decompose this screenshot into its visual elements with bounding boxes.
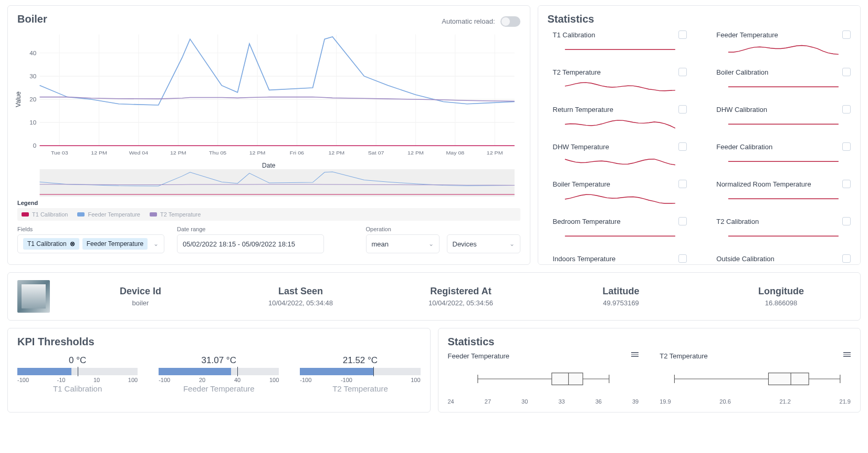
operation-select[interactable]: mean ⌄ <box>366 234 440 253</box>
statistics-panel: Statistics T1 Calibration Feeder Tempera… <box>538 5 861 265</box>
stat-sparkline-item: Feeder Temperature <box>716 30 851 57</box>
kpi-thresholds-panel: KPI Thresholds 0 °C -100-1010100 T1 Cali… <box>7 328 431 413</box>
svg-text:30: 30 <box>29 73 36 79</box>
stat-sparkline-item: T2 Temperature <box>553 68 687 95</box>
svg-text:12 PM: 12 PM <box>407 150 424 156</box>
daterange-input[interactable]: 05/02/2022 18:15 - 05/09/2022 18:15 <box>177 234 324 253</box>
longitude-value: 16.866098 <box>712 299 851 307</box>
chevron-down-icon: ⌄ <box>428 240 434 248</box>
stat-sparkline-item: T1 Calibration <box>553 30 687 57</box>
stat-item-checkbox[interactable] <box>678 180 687 188</box>
statistics-boxplot-panel: Statistics Feeder Temperature 2427303336… <box>438 328 861 413</box>
kpi-value: 21.52 °C <box>300 355 420 366</box>
legend-item[interactable]: T2 Temperature <box>150 211 201 218</box>
registered-value: 10/04/2022, 05:34:56 <box>391 299 530 307</box>
stat-item-label: Normalized Room Temperature <box>716 180 811 188</box>
legend-swatch <box>22 212 29 217</box>
svg-text:Sat 07: Sat 07 <box>368 150 384 156</box>
field-chip[interactable]: Feeder Temperature <box>82 238 148 250</box>
stat-item-checkbox[interactable] <box>842 30 851 39</box>
stat-item-checkbox[interactable] <box>842 180 851 188</box>
stat-item-checkbox[interactable] <box>678 142 687 151</box>
longitude-label: Longitude <box>712 286 851 297</box>
legend-item[interactable]: Feeder Temperature <box>77 211 140 218</box>
sparkline <box>716 42 851 57</box>
legend: T1 CalibrationFeeder TemperatureT2 Tempe… <box>17 208 520 221</box>
kpi-bar <box>17 368 138 375</box>
svg-rect-43 <box>769 373 809 385</box>
stats2-title: Statistics <box>448 336 851 348</box>
stat-sparkline-item: DHW Temperature <box>553 142 687 169</box>
legend-item[interactable]: T1 Calibration <box>22 211 68 218</box>
statistics-title: Statistics <box>548 13 851 25</box>
sparkline <box>716 154 851 169</box>
stat-item-label: Boiler Temperature <box>553 180 611 188</box>
stat-item-label: Outside Calibration <box>716 255 775 263</box>
stat-item-checkbox[interactable] <box>842 254 851 263</box>
kpi-bar <box>159 368 279 375</box>
legend-label: Legend <box>17 200 520 206</box>
devices-select[interactable]: Devices ⌄ <box>447 234 520 253</box>
stat-item-checkbox[interactable] <box>678 105 687 114</box>
svg-text:0: 0 <box>33 143 37 149</box>
device-info-strip: Device Idboiler Last Seen10/04/2022, 05:… <box>7 272 861 321</box>
legend-swatch <box>150 212 157 217</box>
kpi-value: 31.07 °C <box>159 355 279 366</box>
svg-text:20: 20 <box>29 96 36 102</box>
last-seen-value: 10/04/2022, 05:34:48 <box>231 299 370 307</box>
fields-select[interactable]: T1 Calibration ⊗Feeder Temperature⌄ <box>17 234 164 253</box>
stat-item-label: T2 Calibration <box>716 218 759 225</box>
svg-text:10: 10 <box>29 119 36 125</box>
sparkline <box>553 154 687 169</box>
stat-item-checkbox[interactable] <box>842 105 851 114</box>
sparkline <box>716 79 851 95</box>
boiler-chart[interactable]: Value 010203040Tue 0312 PMWed 0412 PMThu… <box>17 29 520 169</box>
stat-item-checkbox[interactable] <box>678 68 687 76</box>
stat-item-checkbox[interactable] <box>678 30 687 39</box>
auto-reload-toggle[interactable] <box>500 16 520 27</box>
chevron-down-icon: ⌄ <box>509 240 515 248</box>
kpi-value: 0 °C <box>17 355 138 366</box>
svg-text:12 PM: 12 PM <box>170 150 186 156</box>
stat-sparkline-item: Feeder Calibration <box>716 142 851 169</box>
latitude-value: 49.9753169 <box>551 299 691 307</box>
stat-item-label: T2 Temperature <box>553 68 601 76</box>
device-id-value: boiler <box>71 299 210 307</box>
device-id-label: Device Id <box>71 286 210 297</box>
boiler-title: Boiler <box>17 13 47 25</box>
kpi-item: 21.52 °C -100-100100 T2 Temperature <box>300 355 420 393</box>
stat-item-label: Return Temperature <box>553 106 613 114</box>
svg-text:May 08: May 08 <box>446 150 464 156</box>
sparkline <box>553 191 687 207</box>
range-brush[interactable] <box>17 169 520 197</box>
boxplot-label: T2 Temperature <box>660 352 708 360</box>
kpi-item: 0 °C -100-1010100 T1 Calibration <box>17 355 138 393</box>
stat-item-label: Indoors Temperature <box>553 255 616 263</box>
x-axis-label: Date <box>17 162 520 169</box>
menu-icon[interactable] <box>843 352 851 360</box>
stat-item-checkbox[interactable] <box>678 254 687 263</box>
stat-item-checkbox[interactable] <box>842 217 851 225</box>
stat-item-checkbox[interactable] <box>842 142 851 151</box>
sparkline <box>553 117 687 132</box>
stat-sparkline-item: Outside Calibration <box>716 254 851 265</box>
svg-text:Wed 04: Wed 04 <box>129 150 149 156</box>
operation-label: Operation <box>366 226 440 232</box>
kpi-name: Feeder Temperature <box>159 384 279 393</box>
field-chip[interactable]: T1 Calibration ⊗ <box>23 238 79 250</box>
stat-item-checkbox[interactable] <box>842 68 851 76</box>
svg-rect-38 <box>551 373 582 385</box>
stat-item-label: Boiler Calibration <box>716 68 768 76</box>
sparkline <box>716 117 851 132</box>
latitude-label: Latitude <box>551 286 691 297</box>
svg-text:Fri 06: Fri 06 <box>290 150 305 156</box>
menu-icon[interactable] <box>631 352 639 360</box>
kpi-title: KPI Thresholds <box>17 336 421 348</box>
chip-remove-icon[interactable]: ⊗ <box>70 240 75 248</box>
stat-item-checkbox[interactable] <box>678 217 687 225</box>
boxplot <box>660 363 851 396</box>
stat-item-label: DHW Temperature <box>553 143 609 151</box>
stat-item-label: Bedroom Temperature <box>553 218 621 225</box>
sparkline <box>553 229 687 244</box>
boxplot-item: Feeder Temperature 242730333639 <box>448 352 639 405</box>
